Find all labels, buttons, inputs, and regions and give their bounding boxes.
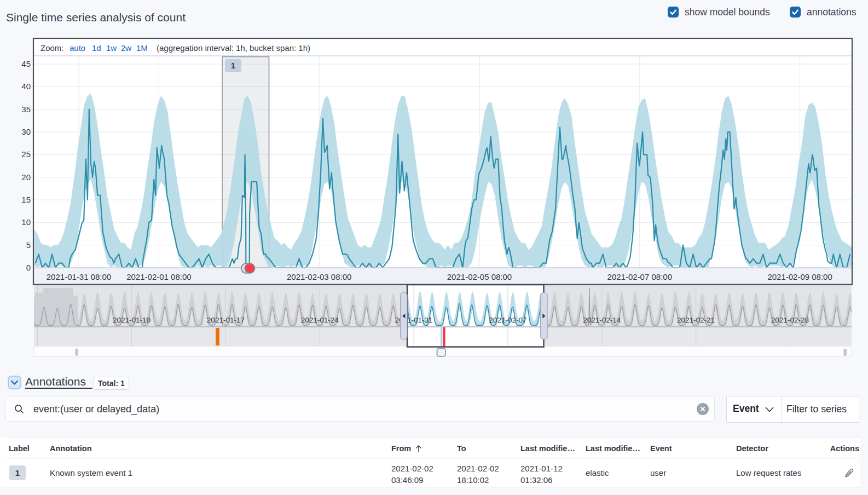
svg-text:35: 35 [21,105,31,114]
svg-text:2021-02-21: 2021-02-21 [677,316,715,324]
svg-text:2021-01-10: 2021-01-10 [113,316,151,324]
svg-text:25: 25 [21,149,31,159]
svg-text:2021-01-24: 2021-01-24 [301,316,339,324]
svg-text:2021-01-31 08:00: 2021-01-31 08:00 [47,272,111,281]
svg-text:5: 5 [26,240,31,250]
svg-text:2021-02-14: 2021-02-14 [583,316,621,324]
svg-text:10: 10 [21,217,31,227]
svg-text:40: 40 [21,82,31,91]
svg-text:15: 15 [21,195,31,204]
svg-text:2021-02-01 08:00: 2021-02-01 08:00 [126,272,191,281]
svg-text:45: 45 [21,59,31,68]
svg-text:(aggregation interval: 1h, buc: (aggregation interval: 1h, bucket span: … [157,43,310,53]
svg-text:Zoom:: Zoom: [40,43,64,53]
svg-text:2021-02-07 08:00: 2021-02-07 08:00 [607,272,672,281]
svg-text:auto: auto [70,43,85,53]
svg-text:1: 1 [231,61,235,70]
svg-text:1d: 1d [92,43,101,53]
svg-text:2w: 2w [121,43,131,53]
svg-text:2021-02-03 08:00: 2021-02-03 08:00 [287,272,351,281]
svg-text:2021-02-05 08:00: 2021-02-05 08:00 [447,272,512,281]
svg-text:30: 30 [21,127,31,136]
svg-text:20: 20 [21,172,31,182]
svg-text:2021-02-28: 2021-02-28 [771,316,809,324]
svg-text:1M: 1M [136,43,148,53]
svg-text:2021-02-07: 2021-02-07 [489,316,526,324]
svg-text:2021-02-09 08:00: 2021-02-09 08:00 [767,272,832,281]
svg-text:1w: 1w [106,43,117,53]
svg-text:2021-01-17: 2021-01-17 [207,316,245,324]
svg-text:0: 0 [26,263,31,272]
